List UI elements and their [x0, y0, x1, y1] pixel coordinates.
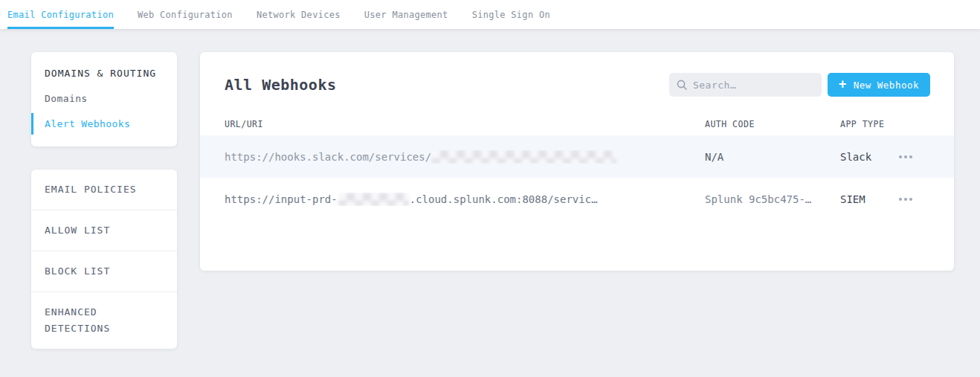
table-row[interactable]: https://hooks.slack.com/services/ N/A Sl…	[200, 135, 954, 178]
domains-routing-card: DOMAINS & ROUTING Domains Alert Webhooks	[31, 52, 177, 146]
auth-code-cell: N/A	[705, 151, 840, 163]
page-title: All Webhooks	[225, 76, 669, 94]
auth-code-cell: Splunk 9c5bc475-…	[705, 193, 840, 205]
app-type-cell: Slack	[840, 151, 896, 163]
tab-web-configuration[interactable]: Web Configuration	[138, 0, 233, 29]
tab-user-management[interactable]: User Management	[364, 0, 448, 29]
url-suffix: .cloud.splunk.com:8088/servic…	[410, 193, 598, 205]
url-prefix: https://input-prd-	[225, 193, 338, 205]
column-header-url: URL/URI	[225, 119, 705, 129]
webhooks-header: All Webhooks + New Webhook	[200, 52, 954, 113]
search-input[interactable]	[693, 80, 814, 91]
redacted-url-segment	[432, 150, 616, 164]
url-prefix: https://hooks.slack.com/services/	[225, 151, 431, 163]
tab-network-devices[interactable]: Network Devices	[257, 0, 341, 29]
top-navigation: Email Configuration Web Configuration Ne…	[0, 0, 980, 29]
webhook-search	[669, 73, 822, 97]
content-area: DOMAINS & ROUTING Domains Alert Webhooks…	[0, 29, 980, 349]
sidebar-item-alert-webhooks[interactable]: Alert Webhooks	[31, 118, 177, 129]
row-actions-menu-icon[interactable]	[896, 151, 915, 163]
table-header-row: URL/URI AUTH CODE APP TYPE	[200, 113, 954, 135]
url-cell: https://input-prd- .cloud.splunk.com:808…	[225, 193, 705, 206]
table-row[interactable]: https://input-prd- .cloud.splunk.com:808…	[200, 178, 954, 220]
sidebar-item-enhanced-detections[interactable]: ENHANCED DETECTIONS	[31, 292, 177, 349]
column-header-auth-code: AUTH CODE	[705, 119, 840, 129]
column-header-app-type: APP TYPE	[840, 119, 896, 129]
tab-single-sign-on[interactable]: Single Sign On	[472, 0, 550, 29]
plus-icon: +	[839, 78, 847, 91]
new-webhook-label: New Webhook	[854, 80, 919, 91]
sidebar-item-domains[interactable]: Domains	[31, 93, 177, 104]
sidebar-item-email-policies[interactable]: EMAIL POLICIES	[31, 170, 177, 210]
domains-routing-title: DOMAINS & ROUTING	[31, 68, 177, 79]
tab-email-configuration[interactable]: Email Configuration	[7, 0, 114, 29]
sidebar-item-block-list[interactable]: BLOCK LIST	[31, 251, 177, 292]
webhooks-panel: All Webhooks + New Webhook URL/URI AUTH …	[200, 52, 954, 271]
redacted-url-segment	[338, 193, 409, 206]
sidebar-sections-card: EMAIL POLICIES ALLOW LIST BLOCK LIST ENH…	[31, 170, 177, 349]
url-cell: https://hooks.slack.com/services/	[225, 150, 705, 164]
sidebar: DOMAINS & ROUTING Domains Alert Webhooks…	[31, 52, 177, 349]
search-icon	[677, 80, 687, 90]
app-type-cell: SIEM	[840, 193, 896, 205]
row-actions-menu-icon[interactable]	[896, 193, 915, 205]
sidebar-item-allow-list[interactable]: ALLOW LIST	[31, 210, 177, 251]
new-webhook-button[interactable]: + New Webhook	[828, 73, 930, 97]
